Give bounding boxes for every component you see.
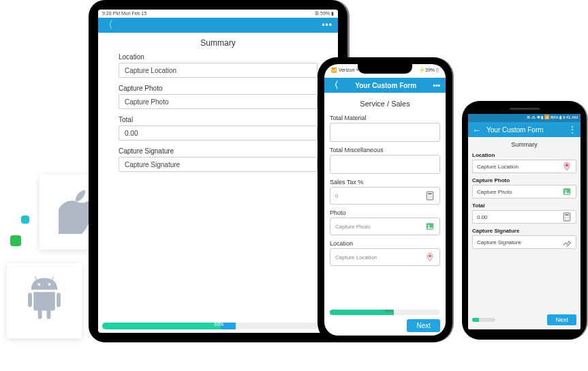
image-icon[interactable] <box>562 187 572 196</box>
ipad-page-title: Summary <box>98 33 338 53</box>
svg-point-11 <box>565 190 566 192</box>
photo-label: Capture Photo <box>472 177 576 183</box>
photo-input[interactable]: Capture Photo <box>119 94 318 109</box>
svg-point-2 <box>429 196 429 196</box>
photo-input[interactable]: Capture Photo <box>330 218 440 235</box>
ipad-nav-bar: 〈 ••• <box>98 18 338 33</box>
svg-point-16 <box>566 218 566 219</box>
android-nav-bar: ← Your Custom Form ⋮ <box>468 122 581 137</box>
total-input[interactable]: 0.00 <box>119 125 318 140</box>
signature-icon[interactable] <box>562 237 572 247</box>
device-iphone: 📶 Verizon ᯤ ⚡39% ▯ 〈 Your Custom Form ••… <box>318 57 452 342</box>
signature-value: Capture Signature <box>477 239 521 246</box>
ipad-status-bar: 9:28 PM Mon Feb 15 ☰ 59% ▮ <box>98 10 338 18</box>
iphone-status-left: 📶 Verizon ᯤ <box>331 68 360 78</box>
svg-point-15 <box>568 217 568 218</box>
sales-tax-value: 0 <box>335 193 338 199</box>
back-chevron-icon[interactable]: 〈 <box>104 19 113 31</box>
location-input[interactable]: Capture Location <box>330 248 440 266</box>
location-value: Capture Location <box>125 67 176 74</box>
back-arrow-icon[interactable]: ← <box>472 125 481 135</box>
calculator-icon[interactable] <box>425 191 435 201</box>
svg-point-4 <box>429 197 429 198</box>
photo-value: Capture Photo <box>477 189 512 195</box>
platform-tile-android <box>7 263 82 338</box>
image-icon[interactable] <box>425 222 435 231</box>
location-input[interactable]: Capture Location <box>472 160 576 173</box>
photo-label: Photo <box>330 209 440 216</box>
sales-tax-input[interactable]: 0 <box>330 187 440 205</box>
location-label: Location <box>119 53 318 61</box>
signature-input[interactable]: Capture Signature <box>119 157 318 172</box>
location-label: Location <box>330 240 440 247</box>
signature-label: Capture Signature <box>119 147 318 155</box>
total-value: 0.00 <box>477 214 488 220</box>
ipad-status-left: 9:28 PM Mon Feb 15 <box>102 11 146 16</box>
overflow-menu-icon[interactable]: ••• <box>322 20 332 30</box>
progress-label: 60% <box>214 323 223 327</box>
progress-bar: 60% <box>102 323 318 329</box>
total-material-label: Total Material <box>330 115 440 121</box>
signature-label: Capture Signature <box>472 228 576 234</box>
android-status-bar: ⚙ ⁂ ✱ ▮ 📶 86% ▮ 9:41 AM <box>468 114 581 122</box>
next-button[interactable]: Next <box>547 314 576 325</box>
photo-value: Capture Photo <box>335 224 371 230</box>
svg-rect-12 <box>563 213 570 221</box>
svg-point-3 <box>431 196 431 196</box>
total-label: Total <box>119 116 318 123</box>
nav-title: Your Custom Form <box>355 82 416 89</box>
iphone-status-right: ⚡39% ▯ <box>419 68 439 78</box>
device-android: ⚙ ⁂ ✱ ▮ 📶 86% ▮ 9:41 AM ← Your Custom Fo… <box>462 101 587 340</box>
overflow-menu-icon[interactable]: ⋮ <box>568 125 576 134</box>
svg-point-17 <box>568 218 568 219</box>
svg-rect-1 <box>428 193 432 194</box>
ipad-status-right: ☰ 59% ▮ <box>315 11 334 16</box>
decor-dot-green <box>10 235 21 246</box>
total-input[interactable]: 0.00 <box>472 210 576 224</box>
device-ipad: 9:28 PM Mon Feb 15 ☰ 59% ▮ 〈 ••• Summary… <box>89 0 347 342</box>
decor-dot-teal <box>21 216 29 224</box>
location-value: Capture Location <box>335 254 377 261</box>
iphone-nav-bar: 〈 Your Custom Form ••• <box>324 78 446 93</box>
nav-title: Your Custom Form <box>486 126 544 134</box>
progress-bar: 55% <box>330 310 440 315</box>
svg-rect-0 <box>427 192 433 200</box>
total-misc-input[interactable] <box>330 155 440 174</box>
location-label: Location <box>472 152 576 158</box>
calculator-icon[interactable] <box>562 212 572 222</box>
android-page-title: Summary <box>468 137 581 152</box>
photo-label: Capture Photo <box>119 85 318 92</box>
total-value: 0.00 <box>125 130 138 137</box>
next-button[interactable]: Next <box>407 319 440 332</box>
android-speaker <box>510 108 540 110</box>
android-logo-icon <box>23 277 65 325</box>
signature-input[interactable]: Capture Signature <box>472 235 576 249</box>
progress-bar <box>472 318 495 322</box>
photo-value: Capture Photo <box>125 98 169 106</box>
location-pin-icon[interactable] <box>562 162 572 171</box>
total-material-input[interactable] <box>330 123 440 142</box>
location-value: Capture Location <box>477 164 519 170</box>
svg-rect-13 <box>565 214 569 216</box>
svg-point-7 <box>428 225 429 226</box>
svg-point-5 <box>431 197 431 198</box>
svg-point-8 <box>429 255 431 258</box>
svg-point-14 <box>566 217 566 218</box>
iphone-page-title: Service / Sales <box>324 93 446 115</box>
location-pin-icon[interactable] <box>425 252 435 262</box>
total-misc-label: Total Miscellaneous <box>330 147 440 153</box>
iphone-notch <box>358 64 412 74</box>
overflow-menu-icon[interactable]: ••• <box>433 82 440 89</box>
total-label: Total <box>472 203 576 209</box>
sales-tax-label: Sales Tax % <box>330 179 440 186</box>
svg-point-9 <box>566 164 568 167</box>
progress-label: 55% <box>385 310 393 313</box>
signature-value: Capture Signature <box>125 161 180 168</box>
photo-input[interactable]: Capture Photo <box>472 185 576 198</box>
back-chevron-icon[interactable]: 〈 <box>330 79 339 91</box>
location-input[interactable]: Capture Location <box>119 63 318 78</box>
